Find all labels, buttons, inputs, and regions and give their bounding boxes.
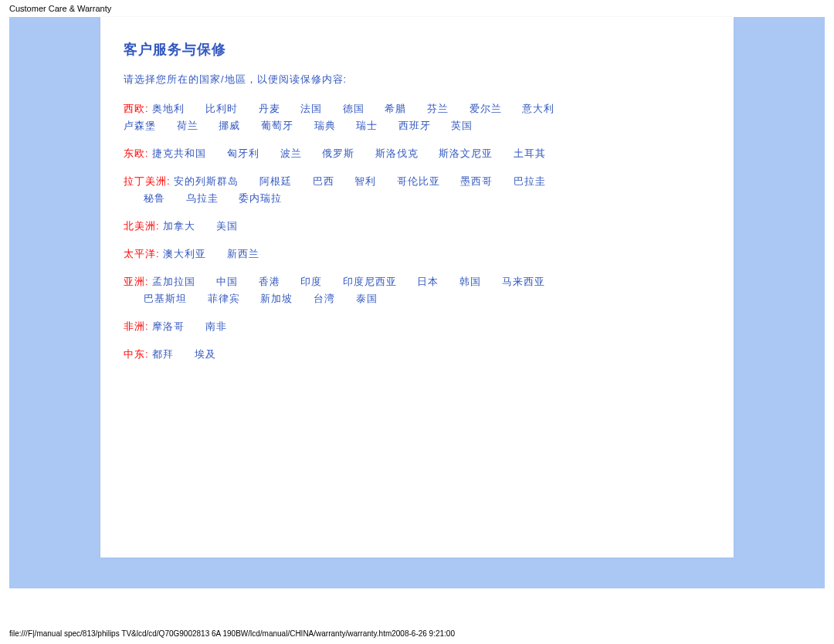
country-link[interactable]: 加拿大: [163, 218, 195, 235]
country-link[interactable]: 摩洛哥: [152, 318, 185, 335]
page-header-title: Customer Care & Warranty: [0, 0, 834, 17]
country-link[interactable]: 葡萄牙: [261, 117, 293, 134]
region-label-middle-east: 中东:: [124, 348, 149, 360]
country-link[interactable]: 秘鲁: [144, 190, 165, 207]
country-link[interactable]: 瑞士: [356, 117, 378, 134]
country-link[interactable]: 希腊: [385, 100, 406, 117]
country-link[interactable]: 泰国: [356, 290, 378, 307]
country-link[interactable]: 印度: [300, 273, 322, 290]
country-link[interactable]: 香港: [259, 273, 280, 290]
country-link[interactable]: 中国: [216, 273, 238, 290]
country-link[interactable]: 美国: [216, 218, 238, 235]
country-link[interactable]: 安的列斯群岛: [174, 173, 239, 190]
country-link[interactable]: 菲律宾: [208, 290, 240, 307]
country-link[interactable]: 瑞典: [314, 117, 336, 134]
country-link[interactable]: 哥伦比亚: [397, 173, 440, 190]
content-page: 客户服务与保修 请选择您所在的国家/地區，以便阅读保修内容: 西欧: 奥地利 比…: [100, 17, 734, 558]
region-middle-east: 中东: 都拜 埃及: [124, 346, 726, 363]
country-link[interactable]: 奥地利: [152, 100, 185, 117]
region-asia: 亚洲: 孟加拉国 中国 香港 印度 印度尼西亚 日本 韩国 马来西亚 巴基斯坦 …: [124, 273, 726, 307]
region-label-north-america: 北美洲:: [124, 220, 160, 232]
country-link[interactable]: 阿根廷: [259, 173, 292, 190]
country-link[interactable]: 斯洛文尼亚: [439, 145, 493, 162]
country-link[interactable]: 捷克共和国: [152, 145, 206, 162]
country-link[interactable]: 意大利: [522, 100, 554, 117]
region-label-africa: 非洲:: [124, 320, 149, 332]
country-link[interactable]: 英国: [451, 117, 473, 134]
country-link[interactable]: 爱尔兰: [470, 100, 502, 117]
outer-frame: 客户服务与保修 请选择您所在的国家/地區，以便阅读保修内容: 西欧: 奥地利 比…: [9, 17, 825, 588]
country-link[interactable]: 日本: [417, 273, 439, 290]
country-link[interactable]: 新加坡: [260, 290, 293, 307]
region-label-asia: 亚洲:: [124, 276, 149, 287]
country-link[interactable]: 挪威: [219, 117, 240, 134]
region-label-west-europe: 西欧:: [124, 103, 149, 114]
region-west-europe: 西欧: 奥地利 比利时 丹麦 法国 德国 希腊 芬兰 爱尔兰 意大利 卢森堡 荷…: [124, 100, 726, 134]
region-africa: 非洲: 摩洛哥 南非: [124, 318, 726, 335]
country-link[interactable]: 芬兰: [427, 100, 449, 117]
country-link[interactable]: 印度尼西亚: [343, 273, 397, 290]
region-pacific: 太平洋: 澳大利亚 新西兰: [124, 246, 726, 263]
region-label-latin-america: 拉丁美洲:: [124, 175, 171, 187]
country-link[interactable]: 埃及: [195, 346, 216, 363]
country-link[interactable]: 澳大利亚: [163, 246, 206, 263]
country-link[interactable]: 台湾: [314, 290, 335, 307]
country-link[interactable]: 韩国: [459, 273, 481, 290]
country-link[interactable]: 委内瑞拉: [239, 190, 282, 207]
country-link[interactable]: 比利时: [205, 100, 238, 117]
country-link[interactable]: 智利: [354, 173, 376, 190]
region-east-europe: 东欧: 捷克共和国 匈牙利 波兰 俄罗斯 斯洛伐克 斯洛文尼亚 土耳其: [124, 145, 726, 162]
country-link[interactable]: 新西兰: [227, 246, 259, 263]
country-link[interactable]: 斯洛伐克: [375, 145, 419, 162]
page-title: 客户服务与保修: [124, 40, 726, 59]
country-link[interactable]: 西班牙: [398, 117, 431, 134]
country-link[interactable]: 荷兰: [177, 117, 198, 134]
country-link[interactable]: 卢森堡: [124, 117, 156, 134]
country-link[interactable]: 南非: [205, 318, 227, 335]
country-link[interactable]: 土耳其: [514, 145, 546, 162]
country-link[interactable]: 丹麦: [259, 100, 280, 117]
footer-path: file:///F|/manual spec/813/philips TV&lc…: [9, 629, 455, 638]
country-link[interactable]: 巴西: [313, 173, 334, 190]
country-link[interactable]: 波兰: [280, 145, 302, 162]
country-link[interactable]: 乌拉圭: [186, 190, 219, 207]
region-north-america: 北美洲: 加拿大 美国: [124, 218, 726, 235]
country-link[interactable]: 巴基斯坦: [144, 290, 187, 307]
region-label-east-europe: 东欧:: [124, 147, 149, 159]
region-latin-america: 拉丁美洲: 安的列斯群岛 阿根廷 巴西 智利 哥伦比亚 墨西哥 巴拉圭 秘鲁 乌…: [124, 173, 726, 207]
country-link[interactable]: 孟加拉国: [152, 273, 195, 290]
region-label-pacific: 太平洋:: [124, 248, 160, 259]
country-link[interactable]: 俄罗斯: [322, 145, 354, 162]
country-link[interactable]: 墨西哥: [460, 173, 493, 190]
country-link[interactable]: 马来西亚: [502, 273, 545, 290]
country-link[interactable]: 巴拉圭: [514, 173, 546, 190]
country-link[interactable]: 都拜: [152, 346, 174, 363]
country-link[interactable]: 匈牙利: [227, 145, 259, 162]
intro-text: 请选择您所在的国家/地區，以便阅读保修内容:: [124, 73, 726, 86]
country-link[interactable]: 德国: [343, 100, 364, 117]
country-link[interactable]: 法国: [300, 100, 322, 117]
